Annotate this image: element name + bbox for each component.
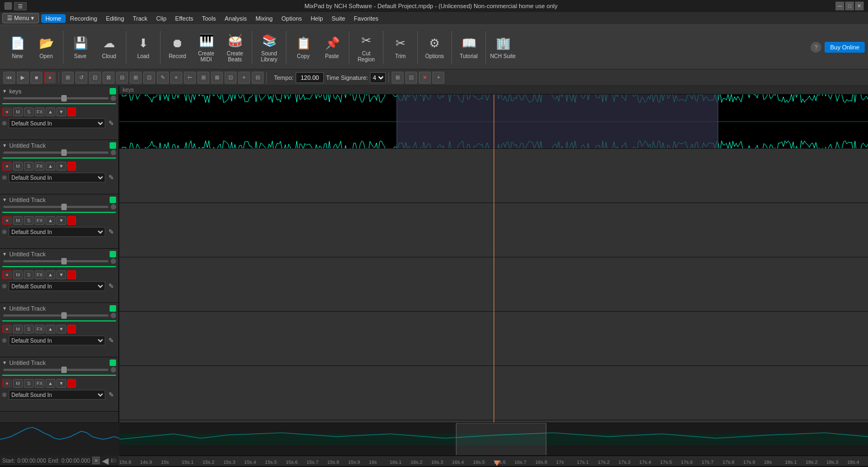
help-icon[interactable]: ? — [810, 42, 821, 53]
toolbar-btn-new[interactable]: 📄New — [3, 28, 31, 67]
track-fx-btn-4[interactable]: FX — [35, 325, 44, 333]
vol-slider-5[interactable] — [3, 369, 108, 371]
track-arm-0[interactable] — [67, 108, 76, 116]
track-solo-btn-5[interactable]: S — [24, 379, 34, 388]
track-collapse-4[interactable]: ▼ — [2, 306, 7, 311]
track-down-btn-4[interactable]: ▼ — [56, 325, 66, 333]
vol-slider-2[interactable] — [3, 206, 108, 208]
menu-item-options[interactable]: Options — [277, 14, 307, 23]
tb-fx11[interactable]: ⊠ — [211, 72, 223, 84]
tb-fx6[interactable]: ⊡ — [143, 72, 155, 84]
toolbar-btn-tutorial[interactable]: 📖Tutorial — [455, 28, 483, 67]
maximize-button[interactable]: □ — [845, 2, 854, 10]
tempo-input[interactable] — [296, 72, 324, 83]
tb-redX[interactable]: ✕ — [419, 72, 431, 84]
toolbar-btn-record[interactable]: ⏺Record — [163, 28, 192, 67]
track-arm-2[interactable] — [67, 216, 76, 225]
tb-record[interactable]: ● — [44, 72, 56, 84]
track-edit-btn-5[interactable]: ✎ — [106, 390, 116, 400]
track-input-select-0[interactable]: Default Sound In — [9, 118, 105, 128]
track-down-btn-5[interactable]: ▼ — [56, 379, 66, 388]
track-up-btn-3[interactable]: ▲ — [46, 270, 55, 279]
toolbar-btn-create_midi[interactable]: 🎹Create MIDI — [192, 28, 220, 67]
tb-fx2[interactable]: ⊡ — [89, 72, 101, 84]
track-mute-btn-2[interactable]: M — [13, 216, 23, 225]
track-mute-btn-3[interactable]: M — [13, 270, 23, 279]
track-lane-5[interactable] — [119, 366, 868, 420]
track-down-btn-0[interactable]: ▼ — [56, 108, 66, 116]
track-input-select-4[interactable]: Default Sound In — [9, 336, 105, 345]
track-up-btn-4[interactable]: ▲ — [46, 325, 55, 333]
tb-fx8[interactable]: ⌖ — [170, 72, 182, 84]
toolbar-btn-trim[interactable]: ✂Trim — [386, 28, 414, 67]
tb-snap[interactable]: ⊞ — [62, 72, 74, 84]
track-solo-btn-2[interactable]: S — [24, 216, 34, 225]
toolbar-btn-sound_library[interactable]: 📚Sound Library — [255, 28, 283, 67]
track-collapse-0[interactable]: ▼ — [2, 89, 7, 94]
track-arm-4[interactable] — [67, 325, 76, 333]
close-button[interactable]: ✕ — [855, 2, 864, 10]
track-arm-3[interactable] — [67, 270, 76, 279]
tb-fx10[interactable]: ⊞ — [197, 72, 209, 84]
toolbar-btn-cloud[interactable]: ☁Cloud — [95, 28, 123, 67]
vol-slider-1[interactable] — [3, 152, 108, 154]
track-down-btn-2[interactable]: ▼ — [56, 216, 66, 225]
tb-fx4[interactable]: ⊟ — [116, 72, 128, 84]
pan-knob-3[interactable] — [111, 258, 116, 264]
menu-item-editing[interactable]: Editing — [101, 14, 129, 23]
tb-loop[interactable]: ↺ — [75, 72, 87, 84]
track-lane-4[interactable] — [119, 312, 868, 366]
track-rec-btn-2[interactable]: ● — [2, 216, 12, 225]
clear-selection-button[interactable]: ✕ — [92, 457, 100, 464]
menu-item-analysis[interactable]: Analysis — [220, 14, 251, 23]
menu-item-effects[interactable]: Effects — [171, 14, 197, 23]
pan-knob-0[interactable] — [111, 96, 116, 101]
tb-fx3[interactable]: ⊠ — [103, 72, 114, 84]
track-fx-btn-2[interactable]: FX — [35, 216, 44, 225]
track-input-select-5[interactable]: Default Sound In — [9, 390, 105, 400]
mini-scrollbar[interactable] — [111, 458, 117, 463]
pan-knob-4[interactable] — [111, 313, 116, 318]
track-fx-btn-1[interactable]: FX — [35, 162, 44, 171]
tb-plus[interactable]: + — [432, 72, 444, 84]
track-lane-3[interactable] — [119, 257, 868, 312]
track-mute-btn-0[interactable]: M — [13, 108, 23, 116]
tb-fx12[interactable]: ⊡ — [225, 72, 237, 84]
tb-fx5[interactable]: ⊞ — [130, 72, 142, 84]
toolbar-btn-create_beats[interactable]: 🥁Create Beats — [221, 28, 249, 67]
menu-item-track[interactable]: Track — [129, 14, 152, 23]
track-solo-btn-1[interactable]: S — [24, 162, 34, 171]
vol-slider-0[interactable] — [3, 97, 108, 99]
track-rec-btn-1[interactable]: ● — [2, 162, 12, 171]
toolbar-btn-nch_suite[interactable]: 🏢NCH Suite — [489, 28, 517, 67]
minimize-button[interactable]: — — [835, 2, 844, 10]
tb-fx13[interactable]: ⌖ — [238, 72, 250, 84]
clip-block-0[interactable] — [119, 94, 868, 148]
menu-item-tools[interactable]: Tools — [197, 14, 220, 23]
pan-knob-2[interactable] — [111, 204, 116, 210]
tb-rewind-start[interactable]: ⏮ — [3, 72, 15, 84]
menu-icon[interactable]: ☰ — [14, 2, 27, 10]
menu-item-home[interactable]: Home — [41, 14, 66, 23]
pan-knob-5[interactable] — [111, 367, 116, 373]
menu-main-button[interactable]: ☰ Menu ▾ — [2, 13, 39, 23]
buy-online-button[interactable]: Buy Online — [825, 42, 865, 53]
toolbar-btn-save[interactable]: 💾Save — [66, 28, 94, 67]
track-collapse-3[interactable]: ▼ — [2, 251, 7, 257]
mini-preview-canvas[interactable] — [119, 423, 868, 455]
track-down-btn-1[interactable]: ▼ — [56, 162, 66, 171]
toolbar-btn-copy[interactable]: 📋Copy — [289, 28, 317, 67]
toolbar-btn-open[interactable]: 📂Open — [32, 28, 60, 67]
track-input-select-2[interactable]: Default Sound In — [9, 227, 105, 237]
time-ruler[interactable]: 15s.814s.915s15s.115s.215s.315s.415s.515… — [119, 456, 868, 466]
tb-stop[interactable]: ■ — [30, 72, 42, 84]
track-fx-btn-5[interactable]: FX — [35, 379, 44, 388]
track-solo-btn-0[interactable]: S — [24, 108, 34, 116]
track-collapse-5[interactable]: ▼ — [2, 360, 7, 365]
track-rec-btn-5[interactable]: ● — [2, 379, 12, 388]
tracks-canvas[interactable] — [119, 94, 868, 422]
track-up-btn-2[interactable]: ▲ — [46, 216, 55, 225]
toolbar-btn-paste[interactable]: 📌Paste — [318, 28, 346, 67]
track-mute-btn-5[interactable]: M — [13, 379, 23, 388]
menu-item-favorites[interactable]: Favorites — [349, 14, 382, 23]
